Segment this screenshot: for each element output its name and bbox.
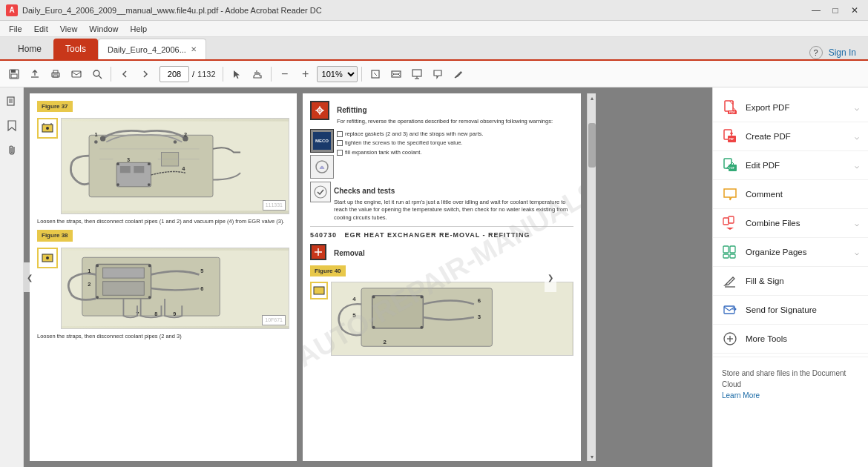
sidebar-attachment-button[interactable] — [3, 141, 21, 159]
page-num-37: 111331 — [263, 200, 286, 211]
tab-home[interactable]: Home — [6, 39, 53, 59]
cloud-learn-more-link[interactable]: Learn More — [722, 391, 760, 400]
cursor-tool-button[interactable] — [227, 64, 246, 84]
more-tools-label: More Tools — [746, 334, 859, 343]
svg-rect-76 — [372, 295, 424, 328]
pen-tool-button[interactable] — [449, 64, 468, 84]
fit-page-button[interactable] — [366, 64, 385, 84]
toolbar-separator-1 — [111, 67, 111, 82]
send-signature-label: Send for Signature — [746, 305, 859, 314]
svg-text:2: 2 — [88, 281, 91, 288]
rp-edit-pdf[interactable]: PDF Edit PDF ⌵ — [713, 151, 868, 180]
checks-icon — [310, 182, 331, 202]
title-bar: A Daily_Euro_4_2006_2009__manual_www.fil… — [0, 0, 868, 21]
zoom-in-button[interactable]: + — [296, 64, 315, 84]
svg-text:3: 3 — [127, 156, 130, 163]
rp-fill-sign[interactable]: Fill & Sign — [713, 267, 868, 296]
svg-point-41 — [148, 183, 151, 186]
zoom-select[interactable]: 101% 50% 75% 125% 150% 200% — [317, 66, 358, 82]
svg-rect-99 — [723, 246, 729, 253]
hand-tool-button[interactable] — [248, 64, 267, 84]
check-item-3: fill expansion tank with coolant. — [337, 149, 573, 157]
zoom-out-button[interactable]: − — [275, 64, 295, 84]
svg-point-84 — [372, 326, 375, 329]
checkbox-1[interactable] — [337, 131, 343, 137]
svg-point-59 — [96, 264, 99, 267]
scroll-left-button[interactable]: ❮ — [24, 262, 36, 292]
svg-point-69 — [315, 186, 326, 198]
menu-edit[interactable]: Edit — [28, 23, 54, 35]
rp-organize-pages[interactable]: Organize Pages ⌵ — [713, 238, 868, 267]
scroll-down-arrow[interactable]: ▾ — [588, 452, 596, 461]
svg-text:6: 6 — [478, 297, 481, 304]
sidebar-pages-button[interactable] — [3, 93, 21, 111]
next-page-button[interactable] — [136, 64, 155, 84]
rp-comment[interactable]: Comment — [713, 180, 868, 209]
combine-files-icon — [722, 215, 738, 231]
svg-point-38 — [116, 163, 119, 166]
svg-point-7 — [93, 70, 99, 76]
menu-file[interactable]: File — [3, 23, 28, 35]
window-controls: — □ ✕ — [809, 3, 862, 18]
svg-line-8 — [99, 76, 102, 79]
print-button[interactable] — [46, 64, 65, 84]
fit-width-button[interactable] — [387, 64, 406, 84]
rp-more-tools[interactable]: More Tools — [713, 325, 868, 354]
scroll-right-button[interactable]: ❯ — [545, 262, 556, 292]
tab-document[interactable]: Daily_Euro_4_2006... ✕ — [98, 39, 206, 59]
help-icon[interactable]: ? — [809, 46, 823, 59]
page-number-input[interactable]: 208 — [160, 66, 189, 82]
svg-point-62 — [148, 296, 151, 299]
maximize-button[interactable]: □ — [828, 3, 843, 18]
svg-rect-101 — [723, 254, 729, 258]
svg-text:2: 2 — [184, 131, 187, 138]
menu-view[interactable]: View — [54, 23, 84, 35]
rp-export-pdf[interactable]: PDF Export PDF ⌵ — [713, 93, 868, 122]
check-text-3: fill expansion tank with coolant. — [345, 149, 421, 157]
app-icon: A — [6, 4, 18, 16]
tab-close-button[interactable]: ✕ — [191, 45, 197, 53]
svg-rect-86 — [725, 101, 733, 111]
cloud-text: Store and share files in the Document Cl… — [722, 369, 846, 388]
organize-pages-arrow: ⌵ — [855, 248, 859, 256]
menu-window[interactable]: Window — [83, 23, 124, 35]
toolbar: 208 / 1132 − + 101% 50% 75% 125% 150% 20… — [0, 61, 868, 87]
window-title: Daily_Euro_4_2006_2009__manual_www.file4… — [22, 6, 809, 15]
svg-point-46 — [46, 256, 49, 259]
create-pdf-icon: PDF — [722, 128, 738, 145]
rp-combine-files[interactable]: Combine Files ⌵ — [713, 209, 868, 238]
tab-tools[interactable]: Tools — [53, 39, 98, 59]
checkbox-3[interactable] — [337, 150, 343, 156]
signin-button[interactable]: Sign In — [829, 47, 856, 58]
pdf-viewer: ❮ Figure 37 — [24, 87, 712, 467]
page-total: 1132 — [197, 70, 215, 79]
save-button[interactable] — [4, 64, 24, 84]
search-button[interactable] — [88, 64, 107, 84]
tab-doc-label: Daily_Euro_4_2006... — [108, 45, 186, 54]
presentation-button[interactable] — [407, 64, 427, 84]
toolbar-separator-3 — [271, 67, 272, 82]
scroll-thumb[interactable] — [588, 123, 596, 168]
removal-heading: Removal — [334, 248, 365, 259]
sidebar-bookmark-button[interactable] — [3, 117, 21, 135]
email-button[interactable] — [67, 64, 86, 84]
scroll-up-arrow[interactable]: ▴ — [588, 93, 596, 102]
rp-send-signature[interactable]: Send for Signature — [713, 296, 868, 325]
close-button[interactable]: ✕ — [847, 3, 862, 18]
rp-create-pdf[interactable]: PDF Create PDF ⌵ — [713, 122, 868, 151]
prev-page-button[interactable] — [115, 64, 134, 84]
menu-help[interactable]: Help — [124, 23, 153, 35]
svg-point-21 — [46, 127, 49, 130]
svg-rect-29 — [120, 166, 131, 173]
check-text-2: tighten the screws to the specified torq… — [345, 139, 462, 148]
svg-text:PDF: PDF — [729, 138, 735, 141]
panel-divider — [713, 357, 868, 357]
upload-button[interactable] — [25, 64, 45, 84]
vertical-scrollbar[interactable]: ▴ ▾ — [587, 93, 596, 461]
checkbox-2[interactable] — [337, 140, 343, 146]
svg-text:4: 4 — [352, 296, 356, 302]
svg-text:2: 2 — [383, 339, 387, 345]
minimize-button[interactable]: — — [809, 3, 823, 18]
comment-icon — [722, 186, 738, 202]
comment-bubble-button[interactable] — [428, 64, 447, 84]
